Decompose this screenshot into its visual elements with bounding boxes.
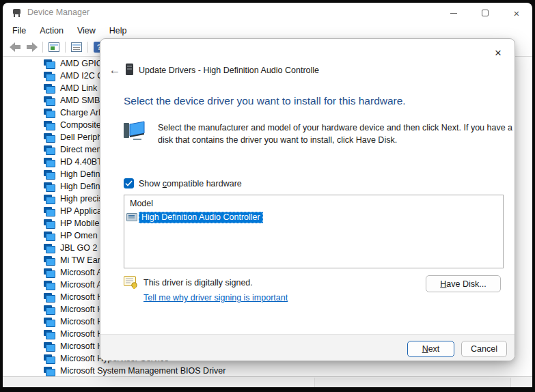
device-icon <box>44 96 55 105</box>
audio-controller-icon <box>126 64 133 75</box>
horizontal-scrollbar[interactable] <box>3 376 532 387</box>
menu-help[interactable]: Help <box>102 24 134 38</box>
window-controls: × <box>438 3 532 23</box>
digital-signature-icon <box>124 276 138 289</box>
tree-row-label: Microsoft System Management BIOS Driver <box>60 366 225 376</box>
show-compatible-checkbox[interactable] <box>124 178 134 188</box>
console-tree-button[interactable] <box>46 40 62 55</box>
checkmark-icon <box>125 180 133 186</box>
compatible-hardware-row: Show compatible hardware <box>124 178 242 188</box>
device-icon <box>44 281 55 290</box>
digitally-signed-text: This driver is digitally signed. <box>143 278 253 288</box>
device-icon <box>44 158 55 167</box>
selected-driver-label: High Definition Audio Controller <box>139 212 263 223</box>
device-icon <box>44 84 55 93</box>
forward-arrow-icon <box>26 42 38 52</box>
minimize-icon <box>450 13 457 14</box>
device-icon <box>44 109 55 117</box>
close-icon: × <box>514 8 520 18</box>
device-icon <box>44 318 55 326</box>
device-icon <box>44 256 55 265</box>
toolbar-separator <box>87 42 88 53</box>
menu-view[interactable]: View <box>70 24 102 38</box>
device-icon <box>44 121 55 130</box>
device-icon <box>44 330 55 339</box>
minimize-button[interactable] <box>438 3 469 23</box>
menu-bar: File Action View Help <box>3 23 532 38</box>
device-icon <box>44 207 55 216</box>
tree-row[interactable]: Microsoft System Management BIOS Driver <box>3 365 532 377</box>
menu-file[interactable]: File <box>5 24 33 38</box>
close-button[interactable]: × <box>501 3 532 23</box>
device-icon <box>44 145 55 154</box>
model-column-header: Model <box>130 199 153 208</box>
title-bar: Device Manager × <box>3 3 532 22</box>
driver-list-item[interactable]: High Definition Audio Controller <box>126 211 263 223</box>
forward-button[interactable] <box>23 40 40 55</box>
toolbar-separator <box>65 42 66 53</box>
device-icon <box>44 367 55 376</box>
device-icon <box>44 305 55 314</box>
tree-row-label: HD 4.40BT <box>60 157 102 167</box>
device-icon <box>44 354 55 363</box>
device-icon <box>44 195 55 204</box>
back-arrow-icon <box>10 42 21 52</box>
device-icon <box>44 342 55 351</box>
device-icon <box>44 72 55 81</box>
next-button[interactable]: Next <box>407 341 454 357</box>
update-drivers-dialog: × ← Update Drivers - High Definition Aud… <box>100 38 515 361</box>
dialog-back-button[interactable]: ← <box>107 62 123 79</box>
properties-button[interactable] <box>68 40 85 55</box>
dialog-heading: Select the device driver you want to ins… <box>124 95 406 107</box>
device-icon <box>44 133 55 142</box>
device-icon <box>44 182 55 191</box>
device-icon <box>44 59 55 68</box>
scrollbar-thumb[interactable] <box>314 378 511 387</box>
menu-action[interactable]: Action <box>33 24 70 38</box>
dialog-description: Select the manufacturer and model of you… <box>158 122 513 146</box>
device-icon <box>44 232 55 240</box>
dialog-close-button[interactable]: × <box>489 44 508 63</box>
back-button[interactable] <box>7 40 23 55</box>
maximize-icon <box>482 10 489 16</box>
cancel-button[interactable]: Cancel <box>461 341 507 357</box>
have-disk-button[interactable]: Have Disk... <box>426 275 501 292</box>
window-title: Device Manager <box>27 8 90 17</box>
maximize-button[interactable] <box>469 3 501 23</box>
device-icon <box>44 170 55 179</box>
device-icon <box>44 293 55 302</box>
show-compatible-label: Show compatible hardware <box>139 179 242 188</box>
device-icon <box>44 219 55 228</box>
console-tree-icon <box>49 42 59 52</box>
model-listbox[interactable]: Model High Definition Audio Controller <box>124 195 504 268</box>
computer-monitor-icon <box>124 121 146 141</box>
device-icon <box>44 244 55 253</box>
properties-icon <box>71 42 82 52</box>
driver-signing-link[interactable]: Tell me why driver signing is important <box>143 293 288 303</box>
dialog-title: Update Drivers - High Definition Audio C… <box>139 66 319 75</box>
dialog-footer: Next Cancel <box>100 334 515 361</box>
device-manager-app-icon <box>12 8 21 17</box>
toolbar-separator <box>42 42 43 53</box>
device-icon <box>44 268 55 277</box>
audio-device-icon <box>126 213 137 221</box>
